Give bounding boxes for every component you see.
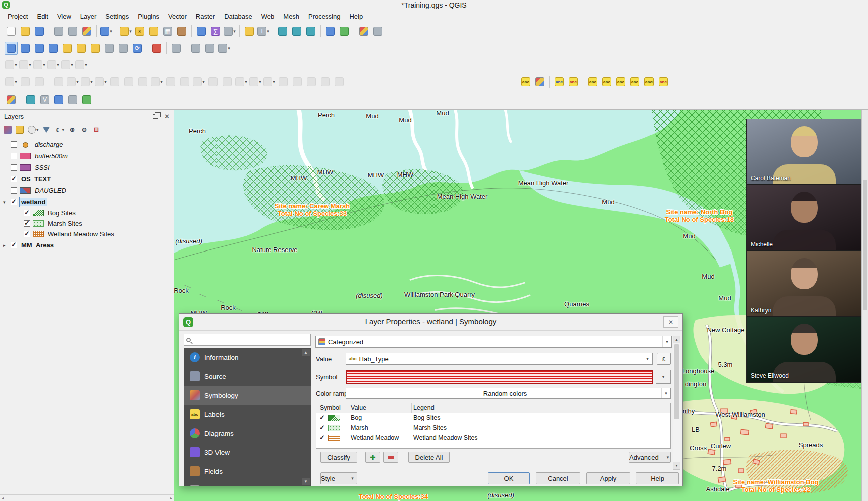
zoom-to-selection-button[interactable]: [75, 42, 88, 55]
tabs-scroll-down-icon[interactable]: ▼: [302, 478, 310, 485]
layer-visibility-checkbox[interactable]: [24, 210, 30, 216]
dropdown-arrow-icon[interactable]: ▾: [259, 79, 261, 84]
style-manager-button[interactable]: [80, 25, 93, 38]
zoom-out-button[interactable]: [47, 42, 60, 55]
class-symbol-swatch[interactable]: [328, 415, 340, 421]
dropdown-arrow-icon[interactable]: ▾: [160, 79, 163, 84]
layer-label[interactable]: wetland: [20, 198, 47, 206]
manage-map-themes-button[interactable]: ▾: [26, 125, 40, 135]
layer-visibility-checkbox[interactable]: [24, 231, 30, 237]
layer-visibility-checkbox[interactable]: [11, 153, 17, 159]
highlight-pinned-labels-button[interactable]: abc: [567, 75, 580, 88]
layer-item-os-text[interactable]: OS_TEXT: [0, 173, 174, 185]
select-by-expression-button[interactable]: ε: [133, 25, 146, 38]
data-grid-tool-button[interactable]: [357, 25, 370, 38]
tab-information[interactable]: iInformation: [184, 348, 311, 367]
ok-button[interactable]: OK: [488, 472, 530, 484]
layer-label[interactable]: Wetland Meadow Sites: [46, 230, 116, 238]
statistical-summary-button[interactable]: ∑: [209, 25, 222, 38]
model-designer-button[interactable]: [80, 93, 93, 106]
menu-mesh[interactable]: Mesh: [279, 11, 304, 22]
zoom-to-layer-button[interactable]: [89, 42, 102, 55]
topology-tool-button[interactable]: [371, 25, 384, 38]
dialog-close-button[interactable]: ✕: [663, 316, 678, 328]
renderer-combo[interactable]: Categorized ▾: [315, 336, 672, 348]
add-class-button[interactable]: ✚: [365, 452, 380, 463]
layer-visibility-checkbox[interactable]: [11, 199, 17, 205]
measure-button[interactable]: ▾: [223, 25, 236, 38]
zoom-full-button[interactable]: [61, 42, 74, 55]
video-tile-carol-bateman[interactable]: Carol Bateman: [747, 119, 861, 185]
change-label-properties-button[interactable]: abc: [614, 75, 627, 88]
menu-layer[interactable]: Layer: [76, 11, 101, 22]
value-field-combo[interactable]: abc Hab_Type ▾: [346, 353, 653, 365]
new-map-view-button[interactable]: ▾: [100, 25, 113, 38]
menu-raster[interactable]: Raster: [191, 11, 220, 22]
layer-item-wetland-meadow-sites[interactable]: Wetland Meadow Sites: [0, 229, 174, 239]
layer-visibility-checkbox[interactable]: [24, 220, 30, 227]
dropdown-arrow-icon[interactable]: ▾: [129, 29, 132, 34]
video-window-scrollbar[interactable]: [861, 110, 868, 501]
data-source-manager-button[interactable]: [5, 93, 18, 106]
elevation-profile-button[interactable]: [66, 93, 79, 106]
filter-by-expression-button[interactable]: ε▾: [52, 125, 66, 135]
zoom-next-button[interactable]: [117, 42, 130, 55]
symbol-preview-button[interactable]: [346, 370, 653, 384]
layer-label[interactable]: SSSI: [33, 163, 51, 172]
rotate-label-button[interactable]: abc: [600, 75, 613, 88]
scroll-left-icon[interactable]: ◂: [2, 496, 4, 500]
advanced-button[interactable]: Advanced▾: [629, 452, 671, 463]
new-project-button[interactable]: [5, 25, 18, 38]
layer-item-wetland[interactable]: ▾wetland: [0, 196, 174, 208]
class-visibility-checkbox[interactable]: [319, 425, 325, 431]
dropdown-arrow-icon[interactable]: ▾: [15, 79, 17, 84]
add-group-button[interactable]: [14, 125, 25, 135]
dropdown-arrow-icon[interactable]: ▾: [110, 29, 112, 34]
layer-label[interactable]: Marsh Sites: [46, 219, 84, 228]
tab-3d-view[interactable]: 3D View: [184, 443, 311, 462]
video-tile-kathryn[interactable]: Kathryn: [747, 251, 861, 317]
dropdown-arrow-icon[interactable]: ▾: [29, 62, 31, 67]
layer-label[interactable]: buffer500m: [33, 152, 69, 160]
layer-item-daugled[interactable]: DAUGLED: [0, 185, 174, 196]
layer-visibility-checkbox[interactable]: [11, 141, 17, 148]
video-tile-steve-ellwood[interactable]: Steve Ellwood: [747, 317, 861, 382]
class-visibility-checkbox[interactable]: [319, 435, 325, 441]
open-layer-styling-panel-button[interactable]: [2, 125, 13, 135]
processing-toolbox-button[interactable]: [195, 25, 208, 38]
dropdown-arrow-icon[interactable]: ▾: [57, 62, 59, 67]
class-row-wetland-meadow[interactable]: Wetland Meadow Wetland Meadow Sites: [316, 433, 670, 443]
layer-label[interactable]: MM_Areas: [20, 241, 55, 249]
dropdown-arrow-icon[interactable]: ▾: [36, 127, 39, 132]
python-console-button[interactable]: [324, 25, 337, 38]
expand-all-button[interactable]: ⊕: [67, 125, 78, 135]
dropdown-arrow-icon[interactable]: ▾: [267, 29, 269, 34]
class-legend[interactable]: Wetland Meadow Sites: [413, 434, 478, 441]
dropdown-arrow-icon[interactable]: ▾: [233, 29, 236, 34]
add-wms-layer-button[interactable]: [52, 93, 65, 106]
dropdown-arrow-icon[interactable]: ▾: [43, 62, 45, 67]
class-row-marsh[interactable]: Marsh Marsh Sites: [316, 423, 670, 433]
tab-fields[interactable]: Fields: [184, 462, 311, 481]
dialog-scrollbar[interactable]: ▲ ▼: [673, 336, 680, 470]
class-legend[interactable]: Bog Sites: [413, 414, 441, 421]
dropdown-arrow-icon[interactable]: ▾: [90, 79, 93, 84]
show-map-theme-button[interactable]: [170, 42, 183, 55]
scroll-right-icon[interactable]: ▸: [170, 496, 172, 500]
layer-label[interactable]: discharge: [33, 140, 64, 149]
collapse-all-button[interactable]: ⊖: [79, 125, 90, 135]
new-annotation-button[interactable]: T▾: [257, 25, 270, 38]
snapping-options-button[interactable]: [150, 42, 163, 55]
remove-layer-button[interactable]: ⊟: [91, 125, 102, 135]
expression-builder-button[interactable]: ε: [657, 353, 671, 365]
dropdown-arrow-icon[interactable]: ▾: [228, 46, 230, 51]
layer-item-sssi[interactable]: SSSI: [0, 162, 174, 173]
tab-source[interactable]: Source: [184, 367, 311, 386]
menu-vector[interactable]: Vector: [164, 11, 191, 22]
open-attribute-table-button[interactable]: ▦: [161, 25, 174, 38]
close-panel-icon[interactable]: ✕: [164, 113, 170, 120]
refresh-map-button[interactable]: ⟳: [131, 42, 144, 55]
menu-database[interactable]: Database: [220, 11, 257, 22]
dialog-titlebar[interactable]: Q Layer Properties - wetland | Symbology…: [179, 314, 682, 331]
cad-tools-button[interactable]: ▾: [218, 42, 231, 55]
